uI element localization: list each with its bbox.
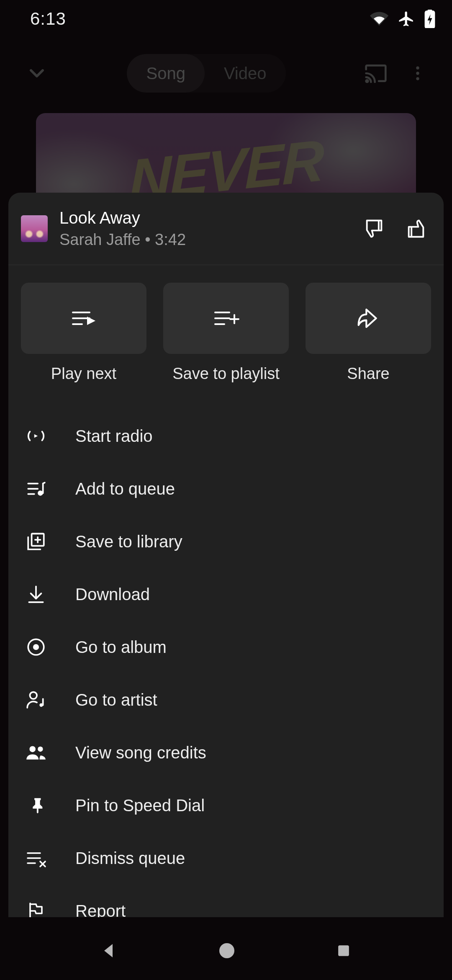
cast-icon[interactable] [364,62,388,85]
quick-actions: Play next Save to playlist Share [8,265,444,383]
track-thumbnail [21,215,48,242]
battery-charging-icon [424,10,435,28]
svg-point-25 [30,692,37,699]
svg-rect-1 [428,10,432,12]
playlist-remove-icon [24,846,48,870]
status-time: 6:13 [30,9,66,29]
menu-list: Start radio Add to queue Save to library… [8,383,444,917]
play-next-icon [70,307,97,329]
tab-video[interactable]: Video [205,54,286,93]
svg-point-24 [34,645,38,649]
status-bar: 6:13 [0,0,452,38]
download-label: Download [75,585,150,604]
status-icons [370,10,435,28]
thumbs-up-button[interactable] [401,214,431,244]
track-meta: Look Away Sarah Jaffe • 3:42 [59,209,347,249]
svg-point-29 [38,746,43,751]
svg-point-36 [219,943,234,958]
go-to-artist-item[interactable]: Go to artist [8,673,444,726]
artist-icon [24,688,48,712]
song-video-toggle[interactable]: Song Video [127,54,285,93]
track-subtitle: Sarah Jaffe • 3:42 [59,231,347,249]
report-label: Report [75,902,126,918]
pin-speed-dial-item[interactable]: Pin to Speed Dial [8,779,444,832]
svg-point-5 [416,77,419,80]
airplane-mode-icon [398,10,415,28]
share-icon [356,307,381,330]
go-to-album-item[interactable]: Go to album [8,621,444,673]
flag-icon [24,899,48,917]
nav-recent-button[interactable] [334,941,353,960]
nav-back-button[interactable] [99,941,119,961]
svg-point-3 [416,67,419,70]
svg-point-2 [366,80,368,82]
share-button[interactable]: Share [306,283,431,383]
svg-point-28 [29,746,36,752]
save-to-library-label: Save to library [75,532,182,551]
dismiss-queue-item[interactable]: Dismiss queue [8,832,444,885]
people-icon [24,741,48,764]
system-nav-bar [0,921,452,980]
more-vert-icon[interactable] [408,62,427,85]
pin-icon [24,794,48,817]
download-icon [24,583,48,606]
track-options-sheet: Look Away Sarah Jaffe • 3:42 Play next [8,193,444,917]
download-item[interactable]: Download [8,568,444,621]
start-radio-item[interactable]: Start radio [8,410,444,462]
play-next-label: Play next [51,365,116,383]
save-to-playlist-label: Save to playlist [172,365,280,383]
pin-speed-dial-label: Pin to Speed Dial [75,796,205,815]
view-credits-label: View song credits [75,743,206,762]
start-radio-label: Start radio [75,427,153,446]
library-add-icon [24,530,48,553]
thumbs-down-button[interactable] [359,214,389,244]
svg-rect-37 [338,945,349,956]
queue-music-icon [24,477,48,500]
view-credits-item[interactable]: View song credits [8,726,444,779]
sheet-header: Look Away Sarah Jaffe • 3:42 [8,193,444,265]
nav-home-button[interactable] [217,941,237,961]
save-to-library-item[interactable]: Save to library [8,515,444,568]
report-item[interactable]: Report [8,885,444,917]
playlist-add-icon [213,307,239,329]
go-to-artist-label: Go to artist [75,691,157,709]
play-next-button[interactable]: Play next [21,283,146,383]
dismiss-queue-label: Dismiss queue [75,849,185,868]
add-to-queue-label: Add to queue [75,480,175,498]
wifi-icon [370,10,388,28]
share-label: Share [347,365,389,383]
radio-icon [24,424,48,448]
tab-song[interactable]: Song [127,54,204,93]
go-to-album-label: Go to album [75,638,167,657]
svg-point-4 [416,72,419,75]
track-title: Look Away [59,209,347,227]
add-to-queue-item[interactable]: Add to queue [8,462,444,515]
collapse-chevron-icon[interactable] [25,62,49,85]
album-icon [24,635,48,659]
save-to-playlist-button[interactable]: Save to playlist [163,283,289,383]
